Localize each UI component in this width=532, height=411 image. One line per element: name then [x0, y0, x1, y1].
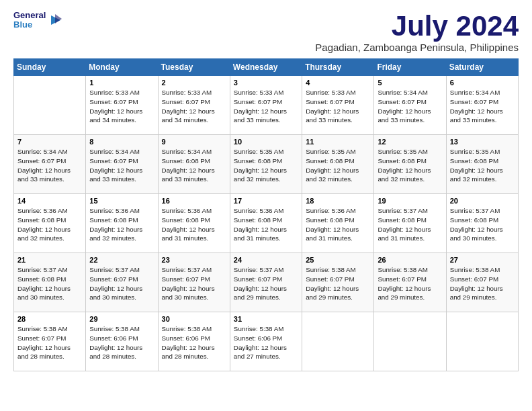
day-cell-14: 14Sunrise: 5:36 AM Sunset: 6:08 PM Dayli…: [14, 194, 86, 253]
day-cell-19: 19Sunrise: 5:37 AM Sunset: 6:08 PM Dayli…: [374, 194, 446, 253]
weekday-sunday: Sunday: [14, 59, 86, 76]
day-cell-25: 25Sunrise: 5:38 AM Sunset: 6:07 PM Dayli…: [302, 253, 374, 312]
day-info-24: Sunrise: 5:37 AM Sunset: 6:07 PM Dayligh…: [234, 265, 298, 302]
day-cell-15: 15Sunrise: 5:36 AM Sunset: 6:08 PM Dayli…: [86, 194, 158, 253]
weekday-wednesday: Wednesday: [230, 59, 302, 76]
day-info-9: Sunrise: 5:34 AM Sunset: 6:08 PM Dayligh…: [162, 147, 226, 184]
weekday-friday: Friday: [374, 59, 446, 76]
day-cell-27: 27Sunrise: 5:38 AM Sunset: 6:07 PM Dayli…: [446, 253, 518, 312]
day-number-12: 12: [378, 138, 442, 146]
day-number-10: 10: [234, 138, 298, 146]
day-number-7: 7: [17, 138, 82, 146]
day-info-19: Sunrise: 5:37 AM Sunset: 6:08 PM Dayligh…: [378, 206, 442, 243]
day-info-5: Sunrise: 5:34 AM Sunset: 6:07 PM Dayligh…: [378, 88, 442, 125]
day-number-20: 20: [450, 197, 515, 205]
day-number-25: 25: [306, 256, 370, 264]
day-cell-1: 1Sunrise: 5:33 AM Sunset: 6:07 PM Daylig…: [86, 76, 158, 135]
day-cell-2: 2Sunrise: 5:33 AM Sunset: 6:07 PM Daylig…: [158, 76, 230, 135]
day-info-27: Sunrise: 5:38 AM Sunset: 6:07 PM Dayligh…: [450, 265, 515, 302]
day-cell-12: 12Sunrise: 5:35 AM Sunset: 6:08 PM Dayli…: [374, 135, 446, 194]
day-number-3: 3: [234, 79, 298, 87]
weekday-tuesday: Tuesday: [158, 59, 230, 76]
day-number-31: 31: [234, 315, 298, 323]
day-info-11: Sunrise: 5:35 AM Sunset: 6:08 PM Dayligh…: [306, 147, 370, 184]
week-row-1: 1Sunrise: 5:33 AM Sunset: 6:07 PM Daylig…: [14, 76, 519, 135]
weekday-thursday: Thursday: [302, 59, 374, 76]
day-info-29: Sunrise: 5:38 AM Sunset: 6:06 PM Dayligh…: [89, 324, 154, 361]
day-info-14: Sunrise: 5:36 AM Sunset: 6:08 PM Dayligh…: [17, 206, 82, 243]
day-cell-24: 24Sunrise: 5:37 AM Sunset: 6:07 PM Dayli…: [230, 253, 302, 312]
day-number-29: 29: [89, 315, 154, 323]
day-cell-28: 28Sunrise: 5:38 AM Sunset: 6:07 PM Dayli…: [14, 312, 86, 371]
day-number-11: 11: [306, 138, 370, 146]
day-cell-20: 20Sunrise: 5:37 AM Sunset: 6:08 PM Dayli…: [446, 194, 518, 253]
day-cell-6: 6Sunrise: 5:34 AM Sunset: 6:07 PM Daylig…: [446, 76, 518, 135]
day-cell-5: 5Sunrise: 5:34 AM Sunset: 6:07 PM Daylig…: [374, 76, 446, 135]
day-number-2: 2: [162, 79, 226, 87]
day-cell-empty: [374, 312, 446, 371]
day-number-16: 16: [162, 197, 226, 205]
day-number-27: 27: [450, 256, 515, 264]
day-cell-30: 30Sunrise: 5:38 AM Sunset: 6:06 PM Dayli…: [158, 312, 230, 371]
day-cell-22: 22Sunrise: 5:37 AM Sunset: 6:07 PM Dayli…: [86, 253, 158, 312]
day-cell-31: 31Sunrise: 5:38 AM Sunset: 6:06 PM Dayli…: [230, 312, 302, 371]
day-cell-3: 3Sunrise: 5:33 AM Sunset: 6:07 PM Daylig…: [230, 76, 302, 135]
day-cell-empty: [14, 76, 86, 135]
day-number-6: 6: [450, 79, 515, 87]
day-cell-7: 7Sunrise: 5:34 AM Sunset: 6:07 PM Daylig…: [14, 135, 86, 194]
day-info-21: Sunrise: 5:37 AM Sunset: 6:08 PM Dayligh…: [17, 265, 82, 302]
day-number-26: 26: [378, 256, 442, 264]
day-info-2: Sunrise: 5:33 AM Sunset: 6:07 PM Dayligh…: [162, 88, 226, 125]
day-cell-8: 8Sunrise: 5:34 AM Sunset: 6:07 PM Daylig…: [86, 135, 158, 194]
day-number-30: 30: [162, 315, 226, 323]
day-info-30: Sunrise: 5:38 AM Sunset: 6:06 PM Dayligh…: [162, 324, 226, 361]
day-cell-10: 10Sunrise: 5:35 AM Sunset: 6:08 PM Dayli…: [230, 135, 302, 194]
day-number-14: 14: [17, 197, 82, 205]
day-cell-11: 11Sunrise: 5:35 AM Sunset: 6:08 PM Dayli…: [302, 135, 374, 194]
day-cell-26: 26Sunrise: 5:38 AM Sunset: 6:07 PM Dayli…: [374, 253, 446, 312]
day-info-8: Sunrise: 5:34 AM Sunset: 6:07 PM Dayligh…: [89, 147, 154, 184]
svg-marker-1: [55, 14, 62, 24]
logo: General Blue: [13, 11, 63, 30]
day-info-3: Sunrise: 5:33 AM Sunset: 6:07 PM Dayligh…: [234, 88, 298, 125]
day-info-28: Sunrise: 5:38 AM Sunset: 6:07 PM Dayligh…: [17, 324, 82, 361]
day-number-19: 19: [378, 197, 442, 205]
day-info-10: Sunrise: 5:35 AM Sunset: 6:08 PM Dayligh…: [234, 147, 298, 184]
day-number-22: 22: [89, 256, 154, 264]
week-row-3: 14Sunrise: 5:36 AM Sunset: 6:08 PM Dayli…: [14, 194, 519, 253]
day-cell-empty: [302, 312, 374, 371]
day-info-31: Sunrise: 5:38 AM Sunset: 6:06 PM Dayligh…: [234, 324, 298, 361]
day-info-13: Sunrise: 5:35 AM Sunset: 6:08 PM Dayligh…: [450, 147, 515, 184]
day-info-7: Sunrise: 5:34 AM Sunset: 6:07 PM Dayligh…: [17, 147, 82, 184]
day-info-6: Sunrise: 5:34 AM Sunset: 6:07 PM Dayligh…: [450, 88, 515, 125]
day-number-17: 17: [234, 197, 298, 205]
location-subtitle: Pagadian, Zamboanga Peninsula, Philippin…: [315, 42, 519, 53]
day-number-28: 28: [17, 315, 82, 323]
day-number-9: 9: [162, 138, 226, 146]
day-info-25: Sunrise: 5:38 AM Sunset: 6:07 PM Dayligh…: [306, 265, 370, 302]
week-row-5: 28Sunrise: 5:38 AM Sunset: 6:07 PM Dayli…: [14, 312, 519, 371]
day-cell-29: 29Sunrise: 5:38 AM Sunset: 6:06 PM Dayli…: [86, 312, 158, 371]
day-cell-9: 9Sunrise: 5:34 AM Sunset: 6:08 PM Daylig…: [158, 135, 230, 194]
logo-arrow-icon: [48, 13, 63, 28]
day-cell-empty: [446, 312, 518, 371]
day-number-5: 5: [378, 79, 442, 87]
day-info-22: Sunrise: 5:37 AM Sunset: 6:07 PM Dayligh…: [89, 265, 154, 302]
day-cell-16: 16Sunrise: 5:36 AM Sunset: 6:08 PM Dayli…: [158, 194, 230, 253]
day-cell-18: 18Sunrise: 5:36 AM Sunset: 6:08 PM Dayli…: [302, 194, 374, 253]
day-number-23: 23: [162, 256, 226, 264]
page-header: General Blue July 2024 Pagadian, Zamboan…: [13, 11, 519, 53]
day-info-20: Sunrise: 5:37 AM Sunset: 6:08 PM Dayligh…: [450, 206, 515, 243]
day-number-18: 18: [306, 197, 370, 205]
week-row-4: 21Sunrise: 5:37 AM Sunset: 6:08 PM Dayli…: [14, 253, 519, 312]
weekday-monday: Monday: [86, 59, 158, 76]
day-number-15: 15: [89, 197, 154, 205]
day-info-15: Sunrise: 5:36 AM Sunset: 6:08 PM Dayligh…: [89, 206, 154, 243]
day-info-16: Sunrise: 5:36 AM Sunset: 6:08 PM Dayligh…: [162, 206, 226, 243]
day-number-13: 13: [450, 138, 515, 146]
day-number-21: 21: [17, 256, 82, 264]
day-number-4: 4: [306, 79, 370, 87]
calendar-table: SundayMondayTuesdayWednesdayThursdayFrid…: [13, 58, 519, 371]
day-info-17: Sunrise: 5:36 AM Sunset: 6:08 PM Dayligh…: [234, 206, 298, 243]
day-info-12: Sunrise: 5:35 AM Sunset: 6:08 PM Dayligh…: [378, 147, 442, 184]
